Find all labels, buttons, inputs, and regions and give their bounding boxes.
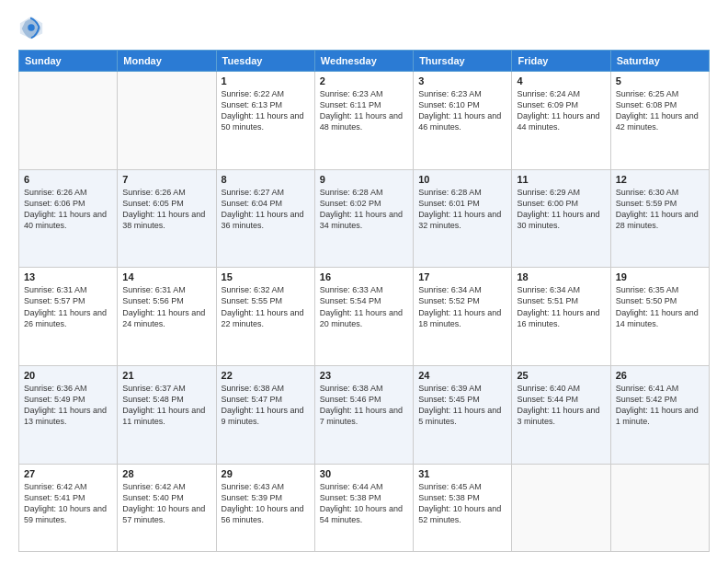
cell-text: Sunrise: 6:45 AM Sunset: 5:38 PM Dayligh… <box>418 481 506 526</box>
day-number: 28 <box>122 468 210 479</box>
cell-text: Sunrise: 6:32 AM Sunset: 5:55 PM Dayligh… <box>222 284 310 329</box>
cell-text: Sunrise: 6:43 AM Sunset: 5:39 PM Dayligh… <box>222 481 310 526</box>
cell-text: Sunrise: 6:25 AM Sunset: 6:08 PM Dayligh… <box>616 88 704 133</box>
calendar-cell: 26Sunrise: 6:41 AM Sunset: 5:42 PM Dayli… <box>610 365 709 464</box>
cell-text: Sunrise: 6:41 AM Sunset: 5:42 PM Dayligh… <box>616 383 704 428</box>
calendar-cell: 28Sunrise: 6:42 AM Sunset: 5:40 PM Dayli… <box>118 464 216 551</box>
calendar-cell: 31Sunrise: 6:45 AM Sunset: 5:38 PM Dayli… <box>414 464 512 551</box>
day-number: 14 <box>122 271 210 282</box>
day-number: 7 <box>122 174 210 185</box>
calendar-cell <box>610 464 709 551</box>
day-number: 15 <box>222 271 310 282</box>
cell-text: Sunrise: 6:22 AM Sunset: 6:13 PM Dayligh… <box>222 88 310 133</box>
cell-text: Sunrise: 6:27 AM Sunset: 6:04 PM Dayligh… <box>222 187 310 232</box>
day-number: 26 <box>616 370 704 381</box>
weekday-header-monday: Monday <box>118 51 216 72</box>
cell-text: Sunrise: 6:35 AM Sunset: 5:50 PM Dayligh… <box>616 284 704 329</box>
calendar-cell: 24Sunrise: 6:39 AM Sunset: 5:45 PM Dayli… <box>414 365 512 464</box>
calendar-cell <box>118 72 216 170</box>
cell-text: Sunrise: 6:40 AM Sunset: 5:44 PM Dayligh… <box>517 383 605 428</box>
calendar-cell <box>19 72 118 170</box>
day-number: 19 <box>616 271 704 282</box>
day-number: 8 <box>222 174 310 185</box>
calendar-cell: 12Sunrise: 6:30 AM Sunset: 5:59 PM Dayli… <box>610 169 709 268</box>
calendar-cell: 10Sunrise: 6:28 AM Sunset: 6:01 PM Dayli… <box>414 169 512 268</box>
calendar-cell: 19Sunrise: 6:35 AM Sunset: 5:50 PM Dayli… <box>610 268 709 366</box>
calendar-cell: 29Sunrise: 6:43 AM Sunset: 5:39 PM Dayli… <box>216 464 314 551</box>
weekday-header-sunday: Sunday <box>19 51 118 72</box>
cell-text: Sunrise: 6:31 AM Sunset: 5:56 PM Dayligh… <box>122 284 210 329</box>
week-row-5: 27Sunrise: 6:42 AM Sunset: 5:41 PM Dayli… <box>19 464 710 551</box>
cell-text: Sunrise: 6:42 AM Sunset: 5:40 PM Dayligh… <box>122 481 210 526</box>
weekday-header-row: SundayMondayTuesdayWednesdayThursdayFrid… <box>19 51 710 72</box>
logo <box>18 15 48 40</box>
cell-text: Sunrise: 6:29 AM Sunset: 6:00 PM Dayligh… <box>517 187 605 232</box>
calendar-cell: 27Sunrise: 6:42 AM Sunset: 5:41 PM Dayli… <box>19 464 118 551</box>
day-number: 11 <box>517 174 605 185</box>
day-number: 10 <box>418 174 506 185</box>
calendar-cell: 23Sunrise: 6:38 AM Sunset: 5:46 PM Dayli… <box>314 365 413 464</box>
calendar-cell: 20Sunrise: 6:36 AM Sunset: 5:49 PM Dayli… <box>19 365 118 464</box>
day-number: 3 <box>418 75 506 86</box>
calendar-cell: 14Sunrise: 6:31 AM Sunset: 5:56 PM Dayli… <box>118 268 216 366</box>
day-number: 20 <box>24 370 112 381</box>
cell-text: Sunrise: 6:34 AM Sunset: 5:51 PM Dayligh… <box>517 284 605 329</box>
weekday-header-wednesday: Wednesday <box>314 51 413 72</box>
svg-point-1 <box>28 24 34 30</box>
cell-text: Sunrise: 6:23 AM Sunset: 6:10 PM Dayligh… <box>418 88 506 133</box>
day-number: 16 <box>320 271 408 282</box>
calendar-cell: 25Sunrise: 6:40 AM Sunset: 5:44 PM Dayli… <box>512 365 610 464</box>
day-number: 29 <box>222 468 310 479</box>
calendar-cell: 16Sunrise: 6:33 AM Sunset: 5:54 PM Dayli… <box>314 268 413 366</box>
cell-text: Sunrise: 6:28 AM Sunset: 6:01 PM Dayligh… <box>418 187 506 232</box>
cell-text: Sunrise: 6:38 AM Sunset: 5:47 PM Dayligh… <box>222 383 310 428</box>
page: SundayMondayTuesdayWednesdayThursdayFrid… <box>0 0 728 563</box>
calendar-cell: 17Sunrise: 6:34 AM Sunset: 5:52 PM Dayli… <box>414 268 512 366</box>
cell-text: Sunrise: 6:30 AM Sunset: 5:59 PM Dayligh… <box>616 187 704 232</box>
day-number: 30 <box>320 468 408 479</box>
calendar-cell: 11Sunrise: 6:29 AM Sunset: 6:00 PM Dayli… <box>512 169 610 268</box>
day-number: 4 <box>517 75 605 86</box>
cell-text: Sunrise: 6:37 AM Sunset: 5:48 PM Dayligh… <box>122 383 210 428</box>
cell-text: Sunrise: 6:26 AM Sunset: 6:06 PM Dayligh… <box>24 187 112 232</box>
cell-text: Sunrise: 6:44 AM Sunset: 5:38 PM Dayligh… <box>320 481 408 526</box>
cell-text: Sunrise: 6:36 AM Sunset: 5:49 PM Dayligh… <box>24 383 112 428</box>
week-row-4: 20Sunrise: 6:36 AM Sunset: 5:49 PM Dayli… <box>19 365 710 464</box>
cell-text: Sunrise: 6:34 AM Sunset: 5:52 PM Dayligh… <box>418 284 506 329</box>
cell-text: Sunrise: 6:24 AM Sunset: 6:09 PM Dayligh… <box>517 88 605 133</box>
calendar-cell: 7Sunrise: 6:26 AM Sunset: 6:05 PM Daylig… <box>118 169 216 268</box>
calendar-cell: 21Sunrise: 6:37 AM Sunset: 5:48 PM Dayli… <box>118 365 216 464</box>
calendar-cell: 13Sunrise: 6:31 AM Sunset: 5:57 PM Dayli… <box>19 268 118 366</box>
calendar-cell <box>512 464 610 551</box>
day-number: 27 <box>24 468 112 479</box>
weekday-header-friday: Friday <box>512 51 610 72</box>
weekday-header-saturday: Saturday <box>610 51 709 72</box>
calendar-cell: 1Sunrise: 6:22 AM Sunset: 6:13 PM Daylig… <box>216 72 314 170</box>
day-number: 25 <box>517 370 605 381</box>
logo-icon <box>18 15 44 40</box>
calendar-cell: 15Sunrise: 6:32 AM Sunset: 5:55 PM Dayli… <box>216 268 314 366</box>
week-row-3: 13Sunrise: 6:31 AM Sunset: 5:57 PM Dayli… <box>19 268 710 366</box>
day-number: 12 <box>616 174 704 185</box>
calendar-cell: 9Sunrise: 6:28 AM Sunset: 6:02 PM Daylig… <box>314 169 413 268</box>
week-row-1: 1Sunrise: 6:22 AM Sunset: 6:13 PM Daylig… <box>19 72 710 170</box>
day-number: 1 <box>222 75 310 86</box>
cell-text: Sunrise: 6:38 AM Sunset: 5:46 PM Dayligh… <box>320 383 408 428</box>
week-row-2: 6Sunrise: 6:26 AM Sunset: 6:06 PM Daylig… <box>19 169 710 268</box>
calendar-cell: 8Sunrise: 6:27 AM Sunset: 6:04 PM Daylig… <box>216 169 314 268</box>
header <box>18 15 710 40</box>
calendar-cell: 4Sunrise: 6:24 AM Sunset: 6:09 PM Daylig… <box>512 72 610 170</box>
calendar-table: SundayMondayTuesdayWednesdayThursdayFrid… <box>18 50 710 552</box>
weekday-header-thursday: Thursday <box>414 51 512 72</box>
cell-text: Sunrise: 6:26 AM Sunset: 6:05 PM Dayligh… <box>122 187 210 232</box>
day-number: 6 <box>24 174 112 185</box>
calendar-cell: 3Sunrise: 6:23 AM Sunset: 6:10 PM Daylig… <box>414 72 512 170</box>
cell-text: Sunrise: 6:39 AM Sunset: 5:45 PM Dayligh… <box>418 383 506 428</box>
calendar-cell: 6Sunrise: 6:26 AM Sunset: 6:06 PM Daylig… <box>19 169 118 268</box>
day-number: 2 <box>320 75 408 86</box>
day-number: 9 <box>320 174 408 185</box>
day-number: 5 <box>616 75 704 86</box>
day-number: 18 <box>517 271 605 282</box>
cell-text: Sunrise: 6:42 AM Sunset: 5:41 PM Dayligh… <box>24 481 112 526</box>
day-number: 23 <box>320 370 408 381</box>
